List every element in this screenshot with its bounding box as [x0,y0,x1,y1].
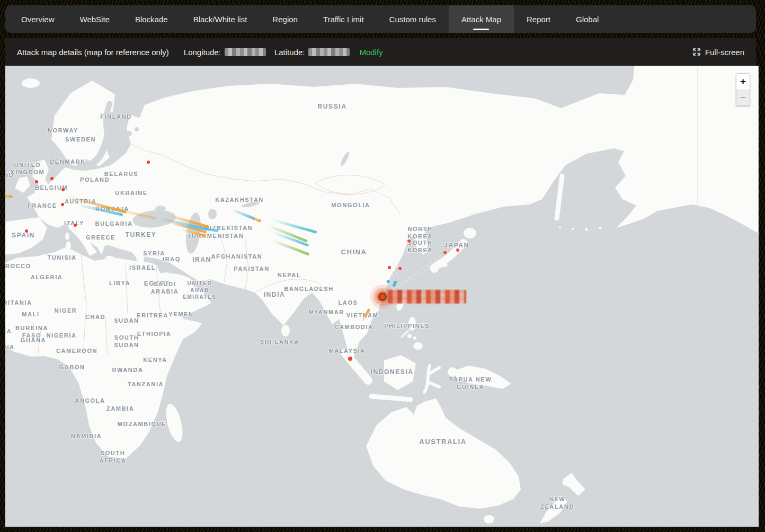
landmass-sri-lanka [281,325,290,336]
landmass-tasmania [484,515,494,524]
page: { "theme":{"ocean":"#d3d7d9","land":"#fb… [0,0,765,532]
attack-target-marker [378,292,387,301]
fullscreen-button[interactable]: Full-screen [692,48,744,57]
tab-region[interactable]: Region [260,5,310,33]
landmass-honshu [436,243,464,266]
tab-black-white-list[interactable]: Black/White list [181,5,260,33]
landmass-borneo [384,355,416,390]
main-nav: OverviewWebSiteBlockadeBlack/White listR… [5,5,756,33]
attack-source-dot [348,357,352,361]
landmass-hainan [373,306,379,312]
landmass-luzon [408,317,416,331]
panel-title: Attack map details (map for reference on… [17,48,169,57]
attack-source-dot [388,266,391,269]
landmass-sakhalin [557,176,562,218]
landmass-australia [366,398,521,509]
attack-source-dot [398,267,402,270]
attack-source-dot [456,249,459,252]
landmass-nz-north [562,473,585,496]
attack-map[interactable]: RUSSIAFINLANDNORWAYSWEDENDENMARKUNITED K… [5,66,759,527]
attack-source-dot [35,180,38,183]
longitude-value-redacted [225,48,266,56]
landmass-madagascar [163,402,185,444]
target-label-redacted [388,290,466,304]
latitude-label: Latitude: [274,48,305,57]
landmass-java [371,396,411,400]
landmass-korea [414,230,428,255]
latitude-field: Latitude: [274,48,350,57]
fullscreen-icon [692,48,701,56]
tab-global[interactable]: Global [563,5,611,33]
longitude-label: Longitude: [184,48,221,57]
landmass-mindanao [413,342,423,350]
tab-attack-map[interactable]: Attack Map [449,5,514,33]
landmass-new-guinea [453,366,511,389]
landmass-iberia [5,217,47,255]
latitude-value-redacted [308,48,350,56]
landmass-hokkaido [464,228,476,238]
aral-sea [208,209,217,219]
landmass-iceland [22,78,40,88]
landmass-ireland [15,176,30,193]
attack-source-dot [387,280,390,283]
attack-source-dot [25,229,28,233]
tab-report[interactable]: Report [514,5,563,33]
map-toolbar: Attack map details (map for reference on… [5,38,756,66]
attack-source-dot [407,240,411,243]
attack-source-dot [394,281,397,284]
tab-website[interactable]: WebSite [67,5,122,33]
tab-custom-rules[interactable]: Custom rules [377,5,449,33]
map-zoom-control: + − [736,73,750,106]
zoom-in-button[interactable]: + [736,74,750,90]
attack-source-dot [50,177,54,180]
attack-source-dot [443,251,447,254]
tab-blockade[interactable]: Blockade [122,5,181,33]
modify-link[interactable]: Modify [359,48,382,57]
attack-source-dot [61,203,64,206]
landmass-sulawesi [424,366,439,392]
fullscreen-label: Full-screen [705,48,744,57]
tab-overview[interactable]: Overview [8,5,67,33]
attack-source-dot [147,161,150,164]
zoom-out-button[interactable]: − [736,90,750,105]
attack-source-dot [61,188,65,191]
landmass-nz-south [540,496,567,524]
tab-traffic-limit[interactable]: Traffic Limit [310,5,377,33]
attack-source-dot [74,224,77,227]
longitude-field: Longitude: [184,48,266,57]
